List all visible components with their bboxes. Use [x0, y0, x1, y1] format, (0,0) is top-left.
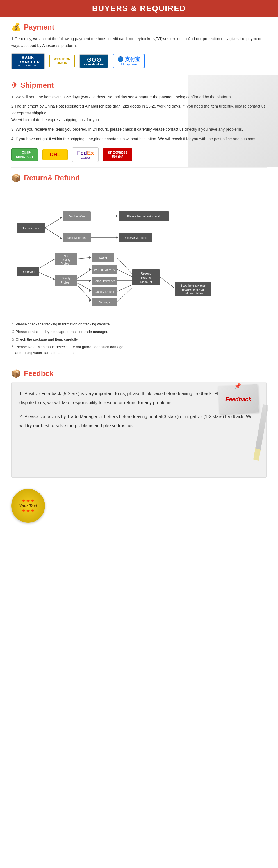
svg-line-39 [77, 283, 91, 290]
svg-marker-40 [89, 289, 91, 292]
feedback-icon: 📦 [11, 369, 21, 378]
moneybookers-logo: ⊙⊙⊙ moneybookers [79, 54, 108, 68]
svg-text:Received: Received [22, 270, 35, 273]
sf-express-logo: SF EXPRESS 顺丰速运 [103, 148, 132, 161]
svg-line-2 [45, 217, 62, 228]
payment-body: 1.Generally, we accept the following pay… [11, 36, 267, 49]
feedback-image: 📌 Feedback [218, 384, 258, 414]
flowchart-container: Not Received On the Way Please be patien… [11, 187, 267, 317]
dhl-logo: DHL [42, 149, 68, 160]
svg-marker-9 [116, 215, 118, 217]
return-icon: 📦 [11, 174, 21, 183]
fedex-logo: FedEx Express [72, 147, 99, 162]
svg-line-20 [39, 259, 55, 268]
svg-text:Quality Defect: Quality Defect [95, 290, 114, 293]
svg-marker-29 [89, 256, 91, 258]
svg-text:Damage: Damage [99, 301, 110, 304]
shipment-section: ✈ Shipment 1. We will sent the items wit… [0, 75, 278, 168]
svg-text:Color Difference: Color Difference [93, 279, 115, 283]
svg-text:On the Way: On the Way [69, 215, 85, 218]
star-3: ★ [31, 498, 35, 503]
svg-text:Quality: Quality [62, 277, 70, 280]
svg-text:Problem: Problem [61, 262, 71, 265]
return-note-4: ④ Please Note: Men made defects are not … [11, 344, 267, 356]
svg-text:If you have any else: If you have any else [180, 284, 206, 287]
shipment-bg-decoration [188, 75, 278, 168]
return-note-1: ① Please check the tracking in formation… [11, 321, 267, 328]
svg-line-51 [117, 258, 132, 274]
star-row-top: ★ ★ ★ [19, 498, 37, 503]
svg-text:requirements you: requirements you [182, 288, 204, 291]
svg-line-4 [45, 228, 62, 239]
svg-line-35 [77, 270, 91, 278]
bank-transfer-logo: BANK TRANSFER INTERNATIONAL [11, 53, 45, 69]
svg-marker-21 [53, 258, 55, 260]
svg-text:Quality: Quality [62, 258, 70, 261]
svg-text:Not fit: Not fit [99, 256, 107, 260]
return-title: 📦 Return& Refund [11, 174, 267, 183]
svg-text:Problem: Problem [61, 281, 71, 284]
pushpin-icon: 📌 [234, 382, 241, 390]
china-post-logo: 中国邮政 CHINA POST [11, 148, 38, 161]
page-header: BUYERS & REQUIRED [0, 0, 278, 17]
star-4: ★ [22, 508, 26, 514]
feedback-section: 📦 Feedbck 📌 Feedback 1. Positive Feedbac… [0, 363, 278, 528]
return-section: 📦 Return& Refund Not Received On the Way… [0, 168, 278, 363]
return-notes: ① Please check the tracking in formation… [11, 321, 267, 356]
star-row-bottom: ★ ★ ★ [19, 508, 37, 514]
gold-seal: ★ ★ ★ Your Text ★ ★ ★ [11, 489, 45, 523]
star-1: ★ [22, 498, 26, 503]
svg-text:Not Received: Not Received [22, 226, 40, 230]
svg-text:could also tell us: could also tell us [182, 292, 203, 295]
svg-marker-15 [116, 236, 118, 239]
gold-seal-area: ★ ★ ★ Your Text ★ ★ ★ [11, 483, 267, 523]
feedback-image-label: Feedback [225, 396, 251, 403]
svg-line-41 [77, 285, 91, 300]
svg-text:Received/Lost: Received/Lost [67, 236, 86, 240]
payment-logos: BANK TRANSFER INTERNATIONAL WESTERN UNIO… [11, 53, 267, 69]
svg-text:Please be patient to wait: Please be patient to wait [127, 215, 161, 218]
svg-text:Wrong Delivery: Wrong Delivery [94, 268, 115, 272]
svg-marker-38 [89, 280, 91, 282]
seal-text: Your Text [19, 503, 37, 508]
svg-line-55 [117, 288, 132, 302]
svg-line-28 [77, 257, 91, 259]
flowchart-svg: Not Received On the Way Please be patien… [11, 187, 267, 316]
payment-icon: 💰 [11, 23, 21, 32]
svg-text:Resend: Resend [141, 272, 151, 275]
star-2: ★ [26, 498, 30, 503]
return-note-3: ③ Check the package and Item, carefully. [11, 337, 267, 343]
svg-line-52 [117, 270, 132, 277]
svg-text:Discount: Discount [140, 280, 152, 283]
svg-marker-61 [172, 286, 174, 288]
star-6: ★ [31, 508, 35, 514]
feedback-content-box: 📌 Feedback 1. Positive Feedback (5 Stars… [11, 382, 267, 478]
western-union-logo: WESTERN UNION [49, 55, 75, 67]
page-title: BUYERS & REQUIRED [0, 4, 278, 13]
feedback-title: 📦 Feedbck [11, 369, 267, 378]
svg-text:Received/Refund: Received/Refund [124, 236, 147, 240]
return-note-2: ② Please contact us by meesage, e-mail, … [11, 329, 267, 335]
svg-text:Not: Not [64, 255, 68, 258]
svg-text:Refund: Refund [141, 276, 151, 279]
alipay-logo: 🔵 支付宝 Alipay.com [113, 54, 145, 68]
feedback-text-2: 2. Please contact us by Trade Manager or… [20, 412, 258, 430]
svg-line-54 [117, 285, 132, 291]
shipment-icon: ✈ [11, 81, 18, 90]
star-5: ★ [26, 508, 30, 514]
payment-title: 💰 Payment [11, 23, 267, 32]
payment-section: 💰 Payment 1.Generally, we accept the fol… [0, 17, 278, 75]
svg-line-22 [39, 273, 55, 279]
svg-line-60 [160, 277, 174, 288]
